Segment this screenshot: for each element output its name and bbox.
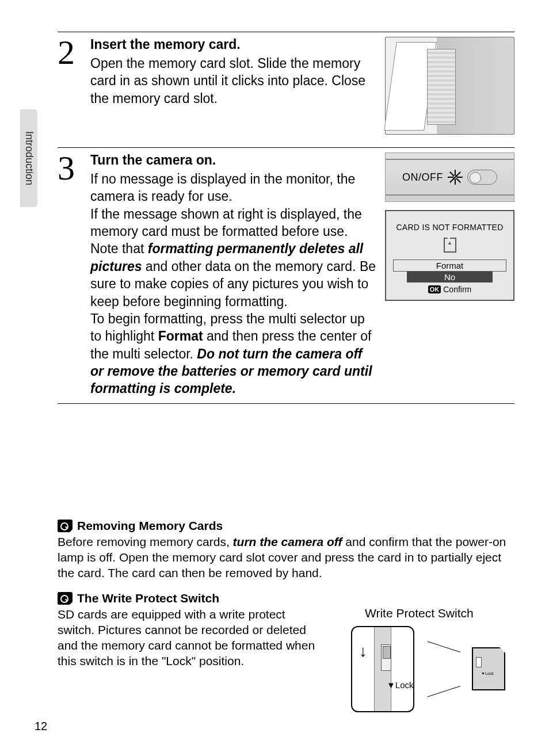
- note-icon: [58, 520, 73, 532]
- sd-card-icon: ▼Lock: [472, 647, 505, 690]
- note-text: SD cards are equipped with a write prote…: [58, 606, 319, 669]
- step-title: Insert the memory card.: [90, 37, 376, 52]
- step-2: 2 Insert the memory card. Open the memor…: [58, 32, 514, 147]
- lock-label-small: Lock: [485, 671, 494, 675]
- step-text: Open the memory card slot. Slide the mem…: [90, 55, 376, 107]
- memory-card-icon: [444, 238, 456, 253]
- note-icon: [58, 592, 73, 605]
- text: Before removing memory cards,: [58, 535, 233, 548]
- note-removing-cards: Removing Memory Cards Before removing me…: [58, 519, 514, 581]
- format-option: Format: [393, 259, 506, 272]
- down-arrow-icon: ↓: [359, 643, 367, 659]
- on-off-label: ON/OFF: [402, 171, 443, 184]
- memory-card-slot-illustration: [385, 37, 514, 135]
- ok-badge-icon: OK: [428, 285, 441, 293]
- screen-message: CARD IS NOT FORMATTED: [390, 223, 510, 232]
- power-switch-icon: [467, 170, 497, 185]
- section-tab-label: Introduction: [23, 131, 35, 185]
- emphasis: turn the camera off: [233, 535, 342, 548]
- no-option: No: [407, 272, 493, 282]
- step-text: If no message is displayed in the monito…: [90, 170, 376, 398]
- power-led-icon: [448, 170, 463, 185]
- step-number: 2: [58, 37, 82, 135]
- bold: Format: [158, 329, 203, 343]
- on-off-illustration: ON/OFF: [385, 152, 514, 202]
- lock-label: Lock: [395, 680, 414, 690]
- page-number: 12: [35, 720, 47, 733]
- step-title: Turn the camera on.: [90, 152, 376, 168]
- text: If no message is displayed in the monito…: [90, 171, 355, 204]
- section-tab: Introduction: [20, 109, 37, 207]
- write-protect-zoom: ↓ ▼Lock: [351, 626, 414, 712]
- note-title: Removing Memory Cards: [77, 519, 223, 533]
- step-number: 3: [58, 152, 82, 398]
- note-write-protect: The Write Protect Switch SD cards are eq…: [58, 591, 514, 712]
- camera-screen-illustration: CARD IS NOT FORMATTED Format No OK Confi…: [385, 210, 514, 301]
- diagram-caption: Write Protect Switch: [342, 606, 514, 620]
- write-protect-diagram: ↓ ▼Lock ▼Lock: [342, 626, 514, 712]
- confirm-label: Confirm: [443, 285, 471, 294]
- rule: [58, 403, 514, 404]
- note-title: The Write Protect Switch: [77, 591, 219, 605]
- note-text: Before removing memory cards, turn the c…: [58, 534, 514, 581]
- step-3: 3 Turn the camera on. If no message is d…: [58, 148, 514, 403]
